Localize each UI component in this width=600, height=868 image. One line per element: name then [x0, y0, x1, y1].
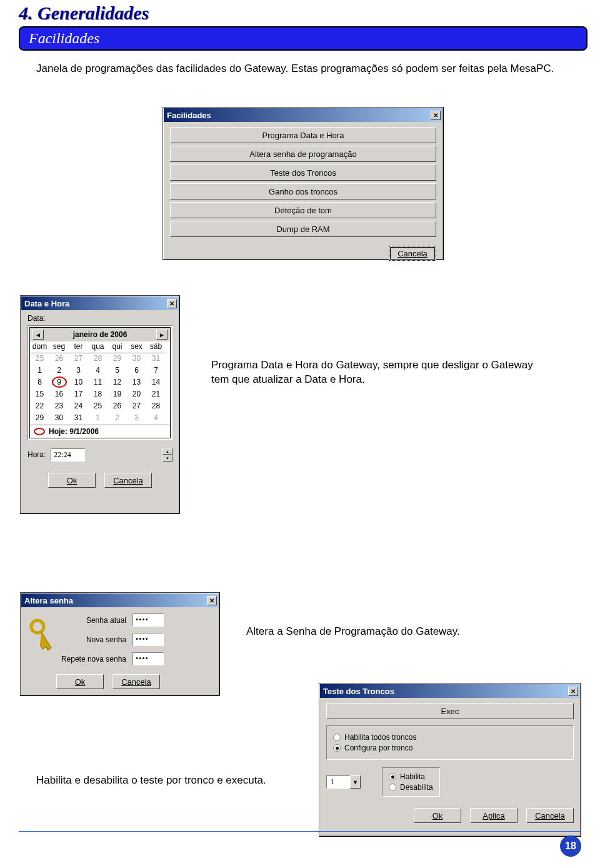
altera-senha-note: Altera a Senha de Programação do Gateway…: [246, 625, 460, 638]
calendar-day[interactable]: 28: [88, 353, 108, 365]
exec-button[interactable]: Exec: [326, 703, 574, 719]
hora-input[interactable]: [51, 448, 85, 462]
calendar-day[interactable]: 17: [69, 389, 88, 401]
ok-button[interactable]: Ok: [48, 473, 96, 488]
hora-label: Hora:: [28, 450, 46, 459]
data-hora-dialog: Data e Hora ✕ Data: ◄ janeiro de 2006 ► …: [20, 295, 180, 514]
close-icon[interactable]: ✕: [568, 687, 578, 696]
cancel-button[interactable]: Cancela: [104, 473, 152, 488]
calendar-day[interactable]: 13: [127, 377, 146, 389]
calendar-dow: qui: [108, 341, 127, 353]
senha-atual-label: Senha atual: [58, 616, 132, 625]
calendar-day[interactable]: 30: [127, 353, 146, 365]
calendar-day[interactable]: 15: [30, 389, 49, 401]
calendar-dow: qua: [88, 341, 108, 353]
calendar-day[interactable]: 24: [69, 401, 88, 413]
calendar-day[interactable]: 9: [49, 377, 69, 389]
altera-senha-dialog: Altera senha ✕ Senha atual Nova senha Re…: [20, 592, 220, 696]
calendar-day[interactable]: 1: [30, 365, 49, 377]
calendar-day[interactable]: 25: [88, 401, 108, 413]
radio-configura-tronco[interactable]: Configura por tronco: [333, 744, 567, 752]
aplica-button[interactable]: Aplica: [470, 808, 518, 823]
nova-senha-input[interactable]: [132, 633, 164, 646]
calendar-day[interactable]: 11: [88, 377, 108, 389]
calendar-dow: sex: [127, 341, 146, 353]
radio-icon: [333, 744, 341, 752]
calendar-day[interactable]: 22: [30, 401, 49, 413]
data-label: Data:: [28, 314, 172, 323]
calendar-day[interactable]: 26: [49, 353, 69, 365]
calendar-day[interactable]: 19: [108, 389, 127, 401]
calendar-day[interactable]: 31: [146, 353, 166, 365]
calendar-day[interactable]: 7: [146, 365, 166, 377]
calendar-day[interactable]: 1: [88, 413, 108, 425]
calendar-day[interactable]: 18: [88, 389, 108, 401]
next-month-icon[interactable]: ►: [156, 330, 168, 340]
ok-button[interactable]: Ok: [56, 674, 104, 689]
ok-button[interactable]: Ok: [414, 808, 461, 823]
calendar-day[interactable]: 10: [69, 377, 88, 389]
close-icon[interactable]: ✕: [167, 299, 177, 308]
calendar-day[interactable]: 3: [127, 413, 146, 425]
calendar-day[interactable]: 8: [30, 377, 49, 389]
svg-point-0: [31, 620, 44, 633]
radio-label: Habilita todos troncos: [344, 733, 416, 742]
calendar-day[interactable]: 29: [108, 353, 127, 365]
cancel-button[interactable]: Cancela: [112, 674, 160, 689]
tronco-select[interactable]: ▼: [326, 775, 361, 789]
calendar-day[interactable]: 3: [69, 365, 88, 377]
calendar-day[interactable]: 23: [49, 401, 69, 413]
data-hora-note: Programa Data e Hora do Gateway, sempre …: [211, 358, 542, 387]
radio-icon: [333, 734, 341, 741]
calendar-day[interactable]: 5: [108, 365, 127, 377]
calendar-day[interactable]: 21: [146, 389, 166, 401]
calendar-day[interactable]: 29: [30, 413, 49, 425]
menu-ganho-troncos[interactable]: Ganho dos troncos: [170, 183, 436, 199]
calendar-day[interactable]: 27: [69, 353, 88, 365]
prev-month-icon[interactable]: ◄: [32, 330, 44, 340]
calendar-day[interactable]: 28: [146, 401, 166, 413]
nova-senha-label: Nova senha: [58, 635, 132, 644]
spin-down-icon[interactable]: ▼: [162, 455, 172, 462]
chevron-down-icon[interactable]: ▼: [350, 775, 361, 789]
subsection-bar: Facilidades: [19, 26, 588, 51]
calendar-day[interactable]: 30: [49, 413, 69, 425]
repete-senha-input[interactable]: [132, 652, 164, 665]
calendar-day[interactable]: 31: [69, 413, 88, 425]
radio-label: Habilita: [400, 772, 425, 781]
calendar-dow: seg: [49, 341, 69, 353]
cancel-button[interactable]: Cancela: [526, 808, 574, 823]
calendar-day[interactable]: 26: [108, 401, 127, 413]
radio-habilita[interactable]: Habilita: [389, 772, 433, 781]
key-icon: [29, 617, 58, 662]
calendar-day[interactable]: 4: [88, 365, 108, 377]
calendar-day[interactable]: 6: [127, 365, 146, 377]
calendar-dow: dom: [30, 341, 49, 353]
spin-up-icon[interactable]: ▲: [162, 448, 172, 455]
calendar-day[interactable]: 2: [108, 413, 127, 425]
calendar-day[interactable]: 4: [146, 413, 166, 425]
tronco-input[interactable]: [326, 775, 350, 789]
radio-desabilita[interactable]: Desabilita: [389, 783, 433, 792]
data-hora-title: Data e Hora: [23, 299, 167, 308]
menu-dump-ram[interactable]: Dump de RAM: [170, 221, 436, 237]
menu-teste-troncos[interactable]: Teste dos Troncos: [170, 164, 436, 181]
calendar-day[interactable]: 27: [127, 401, 146, 413]
calendar-day[interactable]: 12: [108, 377, 127, 389]
close-icon[interactable]: ✕: [207, 596, 217, 605]
calendar-day[interactable]: 14: [146, 377, 166, 389]
calendar-day[interactable]: 20: [127, 389, 146, 401]
radio-habilita-todos[interactable]: Habilita todos troncos: [333, 733, 567, 742]
calendar-day[interactable]: 2: [49, 365, 69, 377]
menu-detecao-tom[interactable]: Deteção de tom: [170, 202, 436, 218]
close-icon[interactable]: ✕: [431, 111, 441, 120]
calendar-day[interactable]: 25: [30, 353, 49, 365]
senha-atual-input[interactable]: [132, 613, 164, 627]
repete-senha-label: Repete nova senha: [58, 655, 132, 664]
calendar-dow: ter: [69, 341, 88, 353]
menu-altera-senha[interactable]: Altera senha de programação: [170, 146, 436, 162]
radio-label: Configura por tronco: [344, 744, 412, 752]
menu-programa-data-hora[interactable]: Programa Data e Hora: [170, 127, 436, 143]
calendar-day[interactable]: 16: [49, 389, 69, 401]
cancel-button[interactable]: Cancela: [389, 246, 436, 261]
